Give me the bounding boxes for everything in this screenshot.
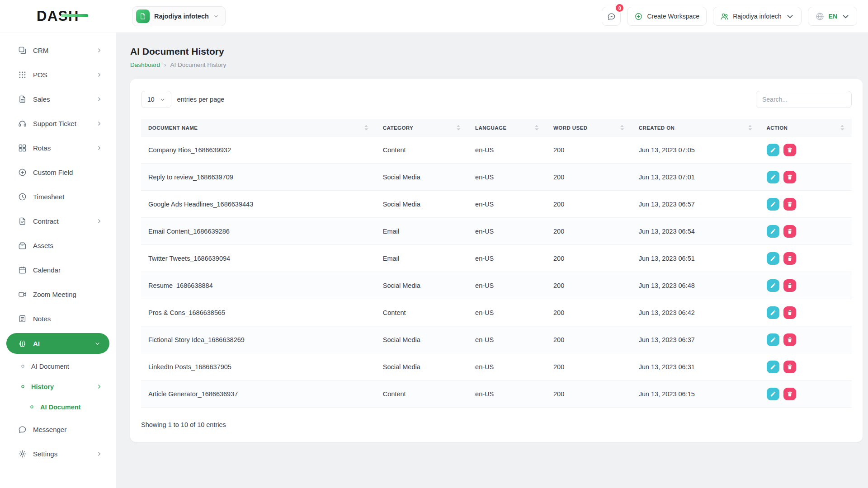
cell-document-name: Email Content_1686639286 — [141, 218, 376, 245]
delete-button[interactable] — [783, 198, 796, 211]
zoom-meeting-icon — [18, 290, 27, 299]
create-workspace-button[interactable]: Create Workspace — [627, 7, 707, 26]
page-size-select[interactable]: 10 — [141, 91, 171, 108]
table-row: Twitter Tweets_1686639094Emailen-US200Ju… — [141, 245, 852, 272]
edit-button[interactable] — [767, 225, 779, 238]
cell-actions — [760, 299, 852, 326]
cell-language: en-US — [468, 326, 546, 353]
custom-field-icon — [18, 168, 27, 177]
search-input[interactable] — [756, 91, 852, 108]
edit-button[interactable] — [767, 144, 779, 156]
sidebar-item-label: Notes — [33, 315, 102, 323]
breadcrumb: Dashboard›AI Document History — [130, 61, 863, 68]
edit-button[interactable] — [767, 333, 779, 346]
plus-circle-icon — [634, 12, 643, 21]
workspace-selector[interactable]: Rajodiya infotech — [132, 6, 226, 26]
messages-button[interactable]: 0 — [602, 7, 621, 26]
sidebar-item-contract[interactable]: Contract — [0, 209, 116, 233]
table-controls: 10 entries per page — [141, 91, 852, 108]
assets-icon — [18, 241, 27, 250]
cell-document-name: Twitter Tweets_1686639094 — [141, 245, 376, 272]
sidebar-item-pos[interactable]: POS — [0, 62, 116, 87]
column-label: LANGUAGE — [475, 125, 506, 131]
sort-icon — [364, 125, 368, 131]
edit-button[interactable] — [767, 279, 779, 292]
table-row: LinkedIn Posts_1686637905Social Mediaen-… — [141, 353, 852, 380]
page-title: AI Document History — [130, 46, 863, 57]
sidebar-item-label: Messenger — [33, 426, 102, 433]
sidebar-item-label: Timesheet — [33, 193, 102, 201]
sidebar-item-rotas[interactable]: Rotas — [0, 136, 116, 160]
sidebar-item-sales[interactable]: Sales — [0, 87, 116, 111]
sidebar-item-assets[interactable]: Assets — [0, 233, 116, 258]
cell-created-on: Jun 13, 2023 06:57 — [632, 191, 760, 218]
sidebar-item-settings[interactable]: Settings — [0, 441, 116, 466]
chevron-down-icon — [213, 14, 219, 19]
delete-button[interactable] — [783, 388, 796, 400]
sidebar-item-notes[interactable]: Notes — [0, 306, 116, 331]
pencil-icon — [770, 364, 776, 370]
sidebar-item-zoom-meeting[interactable]: Zoom Meeting — [0, 282, 116, 306]
timesheet-icon — [18, 192, 27, 201]
cell-category: Social Media — [376, 191, 468, 218]
table-row: Company Bios_1686639932Contenten-US200Ju… — [141, 136, 852, 164]
edit-button[interactable] — [767, 198, 779, 211]
edit-button[interactable] — [767, 252, 779, 265]
sidebar-item-crm[interactable]: CRM — [0, 38, 116, 62]
table-row: Google Ads Headlines_1686639443Social Me… — [141, 191, 852, 218]
table-head: DOCUMENT NAMECATEGORYLANGUAGEWORD USEDCR… — [141, 119, 852, 136]
column-header-language[interactable]: LANGUAGE — [468, 119, 546, 136]
edit-button[interactable] — [767, 361, 779, 373]
column-header-document-name[interactable]: DOCUMENT NAME — [141, 119, 376, 136]
delete-button[interactable] — [783, 333, 796, 346]
column-header-category[interactable]: CATEGORY — [376, 119, 468, 136]
delete-button[interactable] — [783, 252, 796, 265]
cell-document-name: LinkedIn Posts_1686637905 — [141, 353, 376, 380]
delete-button[interactable] — [783, 279, 796, 292]
dash-logo[interactable]: DASH — [37, 8, 79, 24]
page-size-value: 10 — [147, 96, 155, 103]
sidebar-item-messenger[interactable]: Messenger — [0, 417, 116, 441]
edit-button[interactable] — [767, 171, 779, 183]
sidebar-item-support-ticket[interactable]: Support Ticket — [0, 111, 116, 136]
sidebar-item-timesheet[interactable]: Timesheet — [0, 184, 116, 209]
edit-button[interactable] — [767, 388, 779, 400]
trash-icon — [787, 174, 793, 180]
globe-icon — [815, 12, 825, 21]
trash-icon — [787, 337, 793, 343]
cell-actions — [760, 326, 852, 353]
column-header-action[interactable]: ACTION — [760, 119, 852, 136]
sidebar-item-ai-document[interactable]: AI Document — [0, 356, 116, 376]
delete-button[interactable] — [783, 306, 796, 319]
cell-document-name: Pros & Cons_1686638565 — [141, 299, 376, 326]
delete-button[interactable] — [783, 225, 796, 238]
logo-area: DASH — [0, 8, 116, 24]
breadcrumb-link-dashboard[interactable]: Dashboard — [130, 61, 160, 68]
delete-button[interactable] — [783, 144, 796, 156]
account-selector[interactable]: Rajodiya infotech — [713, 7, 801, 26]
column-header-word-used[interactable]: WORD USED — [546, 119, 632, 136]
topbar: DASH Rajodiya infotech 0 Create Workspac… — [0, 0, 868, 33]
chevron-right-icon — [96, 451, 102, 457]
cell-created-on: Jun 13, 2023 07:01 — [632, 164, 760, 191]
delete-button[interactable] — [783, 361, 796, 373]
sidebar-item-label: CRM — [33, 47, 90, 54]
cell-word-used: 200 — [546, 326, 632, 353]
column-header-created-on[interactable]: CREATED ON — [632, 119, 760, 136]
cell-document-name: Google Ads Headlines_1686639443 — [141, 191, 376, 218]
sidebar-item-history[interactable]: History — [0, 376, 116, 397]
trash-icon — [787, 364, 793, 370]
cell-language: en-US — [468, 380, 546, 408]
column-label: CREATED ON — [639, 125, 675, 131]
language-selector[interactable]: EN — [808, 7, 857, 26]
table-footer: Showing 1 to 10 of 10 entries — [141, 421, 852, 428]
edit-button[interactable] — [767, 306, 779, 319]
chevron-down-icon — [841, 12, 850, 21]
sidebar-item-custom-field[interactable]: Custom Field — [0, 160, 116, 184]
sidebar-item-calendar[interactable]: Calendar — [0, 258, 116, 282]
sidebar-item-ai[interactable]: AI — [6, 333, 109, 354]
trash-icon — [787, 147, 793, 153]
delete-button[interactable] — [783, 171, 796, 183]
trash-icon — [787, 282, 793, 289]
sidebar-item-ai-document[interactable]: AI Document — [0, 397, 116, 417]
